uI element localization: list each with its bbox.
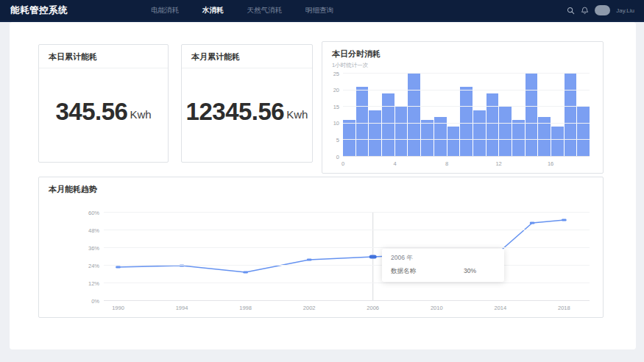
- hourly-bar[interactable]: [565, 74, 577, 157]
- hourly-x-tick-label: 4: [393, 160, 396, 167]
- nav-item-gas[interactable]: 天然气消耗: [247, 6, 283, 15]
- hourly-bar[interactable]: [447, 127, 460, 157]
- hourly-card-header: 本日分时消耗 1小时统计一次: [322, 42, 603, 69]
- hourly-x-tick-label: 8: [445, 160, 448, 167]
- trend-y-tick-label: 0%: [73, 298, 99, 304]
- trend-point-emphasis[interactable]: [369, 255, 377, 259]
- hourly-bar[interactable]: [408, 74, 420, 157]
- trend-gridline: [104, 230, 590, 230]
- hourly-gridline: [343, 139, 590, 140]
- trend-gridline: [104, 265, 590, 266]
- trend-x-tick-label: 1994: [176, 305, 188, 311]
- tooltip-value: 30%: [464, 267, 476, 276]
- today-total-card-header: 本日累计能耗: [39, 45, 168, 68]
- trend-point[interactable]: [307, 259, 312, 261]
- trend-gridline: [104, 300, 590, 301]
- hourly-gridline: [343, 123, 590, 124]
- hourly-y-tick-label: 0: [321, 154, 339, 160]
- top-bar: 能耗管控系统 电能消耗 水消耗 天然气消耗 明细查询 Jay.Liu: [0, 0, 644, 22]
- nav-item-electricity[interactable]: 电能消耗: [151, 6, 179, 15]
- hourly-x-tick-label: 16: [548, 160, 553, 167]
- hourly-bar[interactable]: [343, 120, 355, 157]
- trend-y-tick-label: 24%: [73, 263, 99, 269]
- hourly-y-tick-label: 5: [321, 138, 339, 143]
- trend-line-svg: [104, 213, 590, 301]
- trend-point[interactable]: [530, 222, 535, 224]
- hourly-x-tick-label: 0: [342, 160, 344, 167]
- hourly-card-title: 本日分时消耗: [332, 49, 593, 60]
- hourly-y-tick-label: 10: [321, 121, 339, 127]
- chart-tooltip: 2006 年 数据名称 30%: [382, 249, 504, 282]
- trend-x-tick-label: 2014: [494, 305, 506, 311]
- hourly-gridline: [343, 156, 590, 157]
- trend-point[interactable]: [562, 219, 567, 221]
- hourly-x-tick-label: 12: [495, 160, 501, 167]
- hourly-card-subtitle: 1小时统计一次: [332, 62, 593, 69]
- hourly-bar[interactable]: [369, 110, 381, 157]
- today-total-card: 本日累计能耗 345.56 Kwh: [38, 44, 169, 163]
- today-total-value: 345.56: [55, 98, 127, 126]
- trend-y-tick-label: 60%: [73, 210, 99, 216]
- month-total-title: 本月累计能耗: [191, 52, 302, 63]
- user-name: Jay.Liu: [616, 7, 634, 14]
- hourly-bar[interactable]: [473, 110, 486, 157]
- month-total-unit: Kwh: [286, 108, 308, 121]
- hourly-bar[interactable]: [486, 93, 499, 157]
- trend-card-header: 本月能耗趋势: [39, 177, 603, 195]
- nav-item-water[interactable]: 水消耗: [202, 6, 224, 15]
- hourly-bar[interactable]: [395, 107, 408, 157]
- trend-x-tick-label: 2002: [303, 305, 316, 311]
- hourly-y-tick-label: 15: [321, 104, 339, 110]
- hourly-bar-chart[interactable]: 05101520250481216: [343, 74, 590, 157]
- tooltip-series-label: 数据名称: [391, 267, 416, 276]
- hourly-gridline: [343, 106, 590, 107]
- hourly-bar[interactable]: [382, 93, 394, 157]
- app-title: 能耗管控系统: [10, 0, 68, 21]
- month-total-kpi: 12345.56 Kwh: [182, 68, 312, 155]
- header-right-cluster: Jay.Liu: [567, 0, 634, 21]
- trend-card-title: 本月能耗趋势: [49, 184, 593, 195]
- trend-x-tick-label: 2018: [558, 305, 570, 311]
- trend-gridline: [104, 247, 590, 248]
- nav-item-detail-query[interactable]: 明细查询: [305, 6, 333, 15]
- hourly-bar[interactable]: [512, 120, 525, 157]
- user-avatar[interactable]: [595, 5, 610, 15]
- trend-x-tick-label: 2006: [367, 305, 379, 311]
- hourly-bar[interactable]: [551, 127, 564, 157]
- content-panel: 本日累计能耗 345.56 Kwh 本月累计能耗 12345.56 Kwh 本日…: [10, 22, 636, 349]
- trend-x-tick-label: 2010: [431, 305, 443, 311]
- main-nav: 电能消耗 水消耗 天然气消耗 明细查询: [151, 0, 333, 21]
- trend-line-chart[interactable]: 2006 年 数据名称 30% 0%12%24%36%48%60%1990199…: [104, 213, 590, 301]
- hourly-bar[interactable]: [421, 120, 434, 157]
- hourly-y-tick-label: 25: [321, 71, 339, 77]
- hourly-bar[interactable]: [577, 107, 590, 157]
- month-total-card-header: 本月累计能耗: [182, 45, 312, 68]
- hourly-bars: [343, 74, 590, 157]
- hourly-bar[interactable]: [460, 87, 473, 157]
- trend-y-tick-label: 12%: [73, 280, 99, 286]
- trend-x-tick-label: 1990: [112, 305, 124, 311]
- tooltip-row: 数据名称 30%: [391, 267, 495, 276]
- search-icon[interactable]: [567, 7, 575, 15]
- trend-y-tick-label: 48%: [73, 227, 99, 233]
- trend-y-tick-label: 36%: [73, 245, 99, 251]
- month-total-card: 本月累计能耗 12345.56 Kwh: [181, 44, 313, 163]
- trend-x-tick-label: 1998: [239, 305, 252, 311]
- hourly-y-tick-label: 20: [321, 88, 339, 93]
- tooltip-title: 2006 年: [391, 254, 495, 263]
- hourly-consumption-card: 本日分时消耗 1小时统计一次 05101520250481216: [322, 41, 604, 174]
- trend-point[interactable]: [116, 266, 121, 269]
- hourly-gridline: [343, 90, 590, 90]
- monthly-trend-card: 本月能耗趋势 2006 年 数据名称 30% 0%12%24%36%48%60%…: [38, 177, 604, 318]
- hourly-bar[interactable]: [356, 87, 369, 157]
- month-total-value: 12345.56: [186, 98, 285, 126]
- hourly-bar[interactable]: [526, 74, 538, 157]
- bell-icon[interactable]: [581, 7, 589, 15]
- today-total-unit: Kwh: [130, 108, 151, 121]
- trend-gridline: [104, 212, 590, 213]
- trend-gridline: [104, 283, 590, 283]
- trend-point[interactable]: [243, 272, 248, 274]
- hourly-gridline: [343, 73, 590, 74]
- today-total-title: 本日累计能耗: [49, 52, 158, 63]
- hourly-bar[interactable]: [499, 107, 512, 157]
